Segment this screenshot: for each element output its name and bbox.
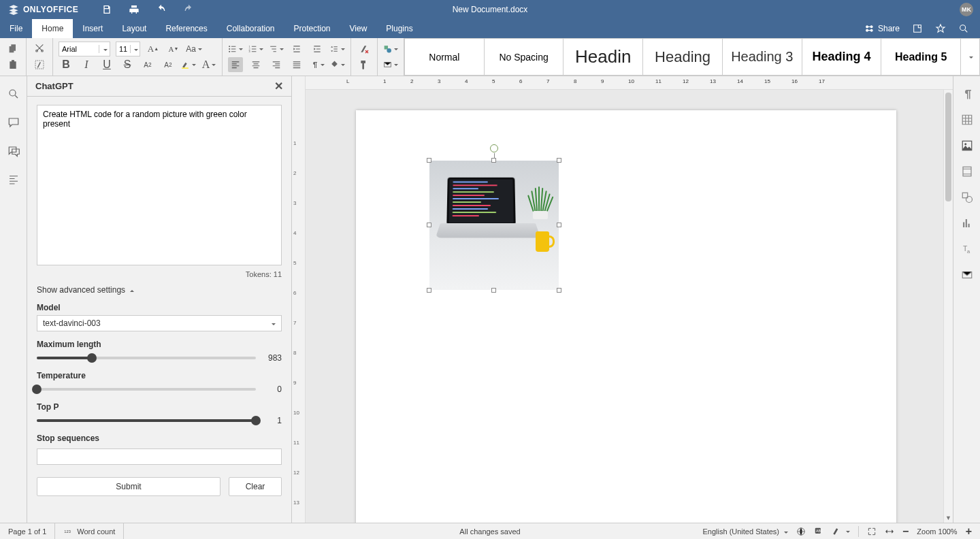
print-icon[interactable] bbox=[129, 4, 140, 15]
chat-icon[interactable] bbox=[5, 143, 22, 159]
document-page[interactable] bbox=[356, 110, 896, 523]
open-location-icon[interactable] bbox=[912, 23, 923, 34]
font-size-select[interactable] bbox=[116, 42, 140, 56]
chevron-down-icon[interactable] bbox=[99, 45, 110, 53]
navigation-icon[interactable] bbox=[5, 172, 22, 188]
scroll-down-icon[interactable]: ▼ bbox=[944, 513, 953, 523]
superscript-icon[interactable]: A2 bbox=[140, 57, 155, 72]
stop-input[interactable] bbox=[37, 448, 282, 465]
style-heading2[interactable]: Heading bbox=[643, 38, 723, 76]
align-justify-icon[interactable] bbox=[289, 57, 304, 72]
style-heading1[interactable]: Headin bbox=[564, 38, 643, 76]
plugin-close-icon[interactable]: ✕ bbox=[274, 80, 283, 93]
paragraph-mark-icon[interactable] bbox=[310, 57, 325, 72]
selected-image[interactable] bbox=[429, 161, 559, 290]
menu-collaboration[interactable]: Collaboration bbox=[217, 19, 284, 38]
resize-handle-e[interactable] bbox=[557, 223, 561, 227]
zoom-level[interactable]: Zoom 100% bbox=[917, 527, 957, 536]
page-indicator[interactable]: Page 1 of 1 bbox=[0, 523, 55, 539]
mailmerge-icon[interactable] bbox=[383, 57, 398, 72]
header-footer-icon[interactable] bbox=[959, 163, 975, 180]
paragraph-settings-icon[interactable] bbox=[959, 86, 975, 102]
menu-references[interactable]: References bbox=[156, 19, 216, 38]
align-left-icon[interactable] bbox=[228, 57, 243, 72]
share-button[interactable]: Share bbox=[864, 23, 900, 34]
menu-view[interactable]: View bbox=[340, 19, 377, 38]
zoom-out-icon[interactable]: − bbox=[902, 525, 909, 538]
bold-icon[interactable]: B bbox=[59, 57, 74, 72]
style-gallery-more[interactable] bbox=[961, 38, 980, 76]
redo-icon[interactable] bbox=[183, 4, 194, 15]
font-color-icon[interactable]: A bbox=[201, 57, 216, 72]
mail-settings-icon[interactable] bbox=[959, 267, 975, 283]
temp-slider[interactable] bbox=[37, 388, 256, 391]
menu-home[interactable]: Home bbox=[32, 19, 73, 38]
search-icon[interactable] bbox=[958, 23, 969, 34]
font-size-input[interactable] bbox=[116, 45, 130, 53]
resize-handle-n[interactable] bbox=[491, 158, 496, 163]
zoom-in-icon[interactable]: + bbox=[966, 525, 972, 538]
resize-handle-ne[interactable] bbox=[557, 158, 561, 163]
number-list-icon[interactable]: 123 bbox=[248, 42, 263, 56]
find-icon[interactable] bbox=[5, 86, 22, 102]
table-settings-icon[interactable] bbox=[959, 112, 975, 128]
cut-icon[interactable] bbox=[32, 42, 47, 56]
style-heading4[interactable]: Heading 4 bbox=[802, 38, 882, 76]
vertical-ruler[interactable]: 12345678910111213 bbox=[292, 76, 306, 523]
chart-settings-icon[interactable] bbox=[959, 215, 975, 231]
favorite-icon[interactable] bbox=[935, 23, 946, 34]
save-icon[interactable] bbox=[101, 4, 112, 15]
user-avatar[interactable]: MK bbox=[960, 3, 973, 16]
strikethrough-icon[interactable]: S bbox=[120, 57, 135, 72]
menu-plugins[interactable]: Plugins bbox=[376, 19, 422, 38]
style-heading3[interactable]: Heading 3 bbox=[723, 38, 802, 76]
bullet-list-icon[interactable] bbox=[228, 42, 243, 56]
change-case-icon[interactable]: Aa bbox=[186, 42, 201, 56]
resize-handle-w[interactable] bbox=[427, 223, 431, 227]
word-count[interactable]: 123Word count bbox=[55, 523, 124, 539]
fit-page-icon[interactable] bbox=[867, 527, 877, 536]
style-normal[interactable]: Normal bbox=[404, 38, 485, 76]
maxlen-slider[interactable] bbox=[37, 357, 256, 359]
page-viewport[interactable] bbox=[306, 90, 943, 523]
clear-format-icon[interactable] bbox=[357, 42, 372, 56]
vertical-scrollbar[interactable]: ▲ ▼ bbox=[943, 90, 953, 523]
italic-icon[interactable]: I bbox=[79, 57, 94, 72]
image-settings-icon[interactable] bbox=[959, 137, 975, 154]
chevron-down-icon[interactable] bbox=[130, 45, 140, 53]
font-family-input[interactable] bbox=[59, 45, 99, 53]
decrease-font-icon[interactable]: A▼ bbox=[166, 42, 181, 56]
font-family-select[interactable] bbox=[59, 42, 110, 56]
doc-language-icon[interactable] bbox=[796, 527, 806, 536]
shading-icon[interactable] bbox=[330, 57, 345, 72]
shape-settings-icon[interactable] bbox=[959, 189, 975, 206]
select-all-icon[interactable] bbox=[32, 57, 47, 72]
style-no-spacing[interactable]: No Spacing bbox=[485, 38, 564, 76]
copy-icon[interactable] bbox=[5, 42, 20, 56]
highlight-color-icon[interactable] bbox=[181, 57, 196, 72]
decrease-indent-icon[interactable] bbox=[289, 42, 304, 56]
menu-insert[interactable]: Insert bbox=[73, 19, 112, 38]
increase-font-icon[interactable]: A▲ bbox=[146, 42, 161, 56]
prompt-input[interactable] bbox=[37, 105, 282, 265]
align-center-icon[interactable] bbox=[248, 57, 263, 72]
resize-handle-s[interactable] bbox=[491, 288, 496, 293]
comments-icon[interactable] bbox=[5, 114, 22, 131]
style-heading5[interactable]: Heading 5 bbox=[881, 38, 961, 76]
insert-shape-icon[interactable] bbox=[383, 42, 398, 56]
spellcheck-icon[interactable]: ABC bbox=[814, 527, 823, 536]
model-select[interactable]: text-davinci-003 bbox=[37, 315, 282, 331]
line-spacing-icon[interactable] bbox=[330, 42, 345, 56]
scrollbar-thumb[interactable] bbox=[945, 93, 951, 201]
horizontal-ruler[interactable]: L 1234567891011121314151617 bbox=[306, 76, 953, 90]
menu-layout[interactable]: Layout bbox=[112, 19, 156, 38]
copy-style-icon[interactable] bbox=[357, 57, 372, 72]
fit-width-icon[interactable] bbox=[885, 527, 894, 536]
submit-button[interactable]: Submit bbox=[37, 477, 220, 496]
textart-settings-icon[interactable]: Ta bbox=[959, 241, 975, 257]
underline-icon[interactable]: U bbox=[99, 57, 114, 72]
subscript-icon[interactable]: A2 bbox=[161, 57, 176, 72]
toggle-advanced[interactable]: Show advanced settings bbox=[37, 285, 282, 295]
clear-button[interactable]: Clear bbox=[229, 477, 282, 496]
resize-handle-se[interactable] bbox=[557, 288, 561, 293]
